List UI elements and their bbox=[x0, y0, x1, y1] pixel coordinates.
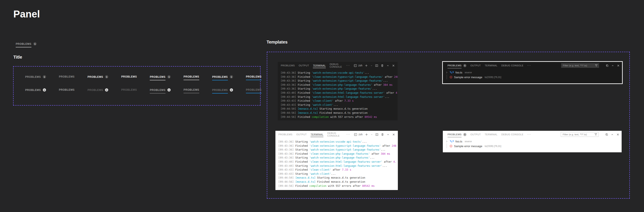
state-tab-label: PROBLEMS bbox=[88, 89, 103, 92]
state-tab[interactable]: PROBLEMS bbox=[59, 88, 75, 91]
tab-output[interactable]: OUTPUT bbox=[296, 133, 306, 136]
chevron-down-icon[interactable] bbox=[370, 133, 373, 136]
state-tab-label: PROBLEMS bbox=[150, 75, 166, 78]
state-tab[interactable]: PROBLEMS bbox=[121, 88, 137, 91]
state-tab[interactable]: PROBLEMS bbox=[184, 75, 199, 78]
state-tab[interactable]: PROBLEMS1 bbox=[212, 75, 233, 78]
tab-terminal[interactable]: TERMINAL bbox=[484, 64, 498, 67]
trash-icon[interactable] bbox=[381, 64, 384, 67]
terminal-icon bbox=[354, 64, 357, 67]
terminal-line: [09:44:56] Finished compilation with 557… bbox=[278, 184, 398, 188]
state-tab[interactable]: PROBLEMS bbox=[246, 88, 262, 91]
more-actions-icon[interactable]: ··· bbox=[346, 64, 350, 67]
panel-header: PROBLEMS OUTPUT TERMINAL DEBUG CONSOLE ·… bbox=[278, 62, 398, 69]
new-terminal-icon[interactable] bbox=[365, 64, 368, 67]
tab-terminal[interactable]: TERMINAL bbox=[313, 64, 326, 67]
tab-problems[interactable]: PROBLEMS1 bbox=[448, 133, 466, 136]
terminal-line: [09:44:56] [monaco.d.ts] Finished monaco… bbox=[280, 111, 398, 115]
shell-label: zsh bbox=[358, 64, 362, 67]
terminal-line: [09:43:36] Finished 'clean-extension:typ… bbox=[278, 144, 398, 148]
state-tab-badge: 1 bbox=[230, 75, 233, 78]
chevron-up-icon[interactable] bbox=[386, 133, 390, 136]
terminal-line: [09:44:56] [monaco.d.ts] Finished monaco… bbox=[278, 180, 398, 184]
chevron-right-icon[interactable] bbox=[446, 71, 448, 74]
tab-terminal[interactable]: TERMINAL bbox=[484, 133, 498, 136]
file-name: foo.ts bbox=[456, 71, 462, 74]
tab-debug-console[interactable]: DEBUG CONSOLE bbox=[330, 63, 342, 68]
close-icon[interactable] bbox=[392, 133, 395, 136]
tab-problems[interactable]: PROBLEMS bbox=[281, 64, 295, 67]
terminal-line: [09:43:36] Finished 'clean-extension:php… bbox=[280, 83, 398, 87]
tab-terminal[interactable]: TERMINAL bbox=[310, 133, 324, 136]
chevron-right-icon[interactable] bbox=[446, 140, 448, 143]
terminal-line: [09:44:50] [monaco.d.ts] Starting monaco… bbox=[278, 176, 398, 180]
typescript-file-icon: TEX bbox=[450, 71, 454, 74]
split-terminal-icon[interactable] bbox=[375, 133, 378, 136]
state-tab[interactable]: PROBLEMS1 bbox=[25, 75, 46, 78]
more-actions-icon[interactable]: ··· bbox=[527, 64, 531, 67]
state-tab-label: PROBLEMS bbox=[25, 89, 41, 92]
terminal-line: [09:43:40] Starting 'watch-extension:htm… bbox=[280, 95, 398, 99]
terminal-line: [09:43:43] Starting 'watch-client'... bbox=[278, 172, 398, 176]
more-actions-icon[interactable]: ··· bbox=[527, 133, 531, 136]
problems-file-row[interactable]: TEX foo.ts source bbox=[443, 139, 622, 144]
problems-file-row[interactable]: TEX foo.ts source bbox=[443, 70, 622, 75]
trash-icon[interactable] bbox=[381, 133, 384, 136]
filter-input[interactable] bbox=[561, 63, 599, 68]
chevron-down-icon[interactable] bbox=[370, 64, 373, 67]
state-tab[interactable]: PROBLEMS bbox=[184, 88, 199, 91]
tab-output[interactable]: OUTPUT bbox=[470, 64, 481, 67]
tab-output[interactable]: OUTPUT bbox=[299, 64, 309, 67]
state-tab[interactable]: PROBLEMS1 bbox=[150, 88, 171, 92]
typescript-file-icon: TEX bbox=[450, 140, 454, 143]
filter-icon bbox=[595, 64, 598, 67]
shell-chip[interactable]: zsh bbox=[354, 64, 362, 67]
split-terminal-icon[interactable] bbox=[375, 64, 378, 67]
terminal-panel-light: PROBLEMS OUTPUT TERMINAL DEBUG CONSOLE ·… bbox=[276, 131, 398, 190]
tab-debug-console[interactable]: DEBUG CONSOLE bbox=[501, 133, 523, 136]
state-tab[interactable]: PROBLEMS bbox=[59, 75, 75, 78]
terminal-line: [09:43:36] Starting 'watch-extension:typ… bbox=[278, 148, 398, 152]
state-tab[interactable]: PROBLEMS1 bbox=[212, 88, 233, 92]
state-tab[interactable]: PROBLEMS1 bbox=[88, 88, 108, 92]
close-icon[interactable] bbox=[616, 133, 620, 136]
more-actions-icon[interactable]: ··· bbox=[346, 133, 350, 136]
state-tab-label: PROBLEMS bbox=[184, 88, 199, 91]
terminal-line: [09:44:56] Finished compilation with 557… bbox=[280, 115, 398, 119]
filter-input[interactable] bbox=[561, 132, 598, 137]
state-tab[interactable]: PROBLEMS bbox=[121, 75, 137, 78]
state-tab[interactable]: PROBLEMS1 bbox=[25, 88, 46, 92]
tab-problems[interactable]: PROBLEMS bbox=[278, 133, 292, 136]
problems-list: TEX foo.ts source Sample error message t… bbox=[443, 138, 622, 148]
state-tab-label: PROBLEMS bbox=[184, 75, 199, 78]
close-icon[interactable] bbox=[392, 64, 395, 67]
chevron-up-icon[interactable] bbox=[611, 133, 614, 136]
state-tab[interactable]: PROBLEMS1 bbox=[150, 75, 171, 78]
error-message: Sample error message bbox=[454, 145, 482, 148]
tab-debug-console[interactable]: DEBUG CONSOLE bbox=[501, 64, 523, 67]
standalone-problems-badge: 1 bbox=[33, 42, 36, 46]
error-icon bbox=[450, 145, 452, 148]
chevron-up-icon[interactable] bbox=[386, 64, 390, 67]
state-tab[interactable]: PROBLEMS1 bbox=[88, 75, 108, 78]
standalone-problems-tab-label: PROBLEMS bbox=[16, 43, 32, 46]
tab-output[interactable]: OUTPUT bbox=[470, 133, 481, 136]
tab-problems[interactable]: PROBLEMS1 bbox=[448, 64, 466, 67]
file-name: foo.ts bbox=[456, 140, 462, 143]
new-terminal-icon[interactable] bbox=[365, 133, 368, 136]
tab-debug-console[interactable]: DEBUG CONSOLE bbox=[327, 132, 342, 137]
chevron-up-icon[interactable] bbox=[611, 64, 614, 67]
state-tab-badge: 1 bbox=[105, 88, 108, 92]
shell-chip[interactable]: zsh bbox=[354, 133, 362, 136]
problems-error-row[interactable]: Sample error message ts(2339) [79,31] bbox=[443, 144, 622, 148]
terminal-line: [09:43:43] Finished 'clean-client' after… bbox=[278, 168, 398, 172]
problems-error-row[interactable]: Sample error message ts(2339) [79,31] bbox=[443, 75, 622, 80]
terminal-line: [09:43:36] Starting 'watch-extension:typ… bbox=[280, 79, 398, 83]
close-icon[interactable] bbox=[617, 64, 620, 67]
open-in-editor-icon[interactable] bbox=[606, 64, 609, 67]
terminal-line: [09:43:43] Starting 'watch-client'... bbox=[280, 103, 398, 107]
open-in-editor-icon[interactable] bbox=[605, 133, 608, 136]
standalone-problems-tab[interactable]: PROBLEMS 1 bbox=[16, 42, 36, 46]
state-tab[interactable]: PROBLEMS bbox=[246, 75, 262, 78]
state-tab-label: PROBLEMS bbox=[246, 75, 262, 78]
